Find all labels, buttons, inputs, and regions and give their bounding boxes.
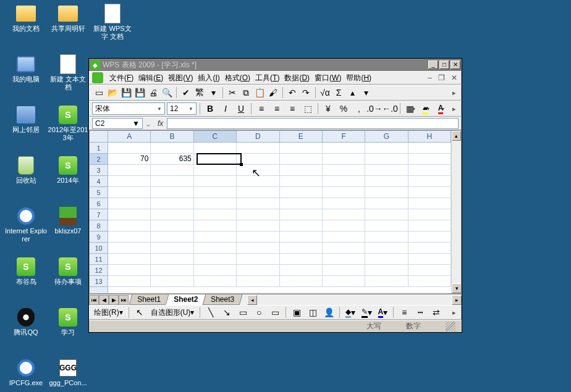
draw-overflow-icon[interactable]: ▸: [450, 309, 459, 317]
insert-image-button[interactable]: ▣: [290, 306, 303, 319]
print-button[interactable]: 🖨: [146, 86, 160, 99]
menu-e[interactable]: 编辑(E): [136, 72, 166, 85]
cell-G3[interactable]: [365, 165, 408, 176]
desktop-icon-待办事项[interactable]: S待办事项: [47, 257, 89, 286]
cell-E5[interactable]: [280, 187, 323, 198]
row-header-1[interactable]: 1: [90, 143, 108, 154]
cell-C11[interactable]: [194, 254, 237, 265]
desktop-icon-学习[interactable]: S学习: [47, 307, 89, 336]
sort-desc-button[interactable]: ▾: [359, 86, 373, 99]
cell-C13[interactable]: [194, 276, 237, 287]
row-header-12[interactable]: 12: [90, 265, 108, 276]
line-tool[interactable]: ╲: [204, 306, 218, 319]
cell-F1[interactable]: [323, 143, 365, 154]
cell-E9[interactable]: [280, 231, 323, 243]
cell-G13[interactable]: [365, 276, 408, 287]
cell-G9[interactable]: [365, 231, 408, 243]
currency-button[interactable]: ¥: [321, 102, 335, 115]
merge-button[interactable]: ⬚: [301, 102, 315, 115]
cell-F7[interactable]: [323, 209, 365, 220]
cell-A2[interactable]: 70: [108, 154, 151, 165]
app-menu-icon[interactable]: [92, 72, 103, 83]
horizontal-scrollbar[interactable]: ◂ ▸: [247, 295, 462, 305]
copy-button[interactable]: ⧉: [239, 86, 253, 99]
cell-F9[interactable]: [323, 231, 365, 243]
cell-G2[interactable]: [365, 154, 408, 165]
desktop-icon-我的电脑[interactable]: 我的电脑: [5, 54, 47, 83]
cell-H8[interactable]: [408, 220, 451, 231]
cell-F11[interactable]: [323, 254, 365, 265]
align-left-button[interactable]: ≡: [255, 102, 268, 115]
menu-o[interactable]: 格式(O): [222, 72, 253, 85]
col-header-C[interactable]: C: [194, 131, 237, 142]
cell-C1[interactable]: [194, 143, 237, 154]
cell-C12[interactable]: [194, 265, 237, 276]
maximize-button[interactable]: □: [439, 60, 449, 69]
textbox-tool[interactable]: ▭: [268, 306, 282, 319]
cell-A5[interactable]: [108, 187, 151, 198]
vertical-scrollbar[interactable]: ▴ ▾: [451, 131, 461, 293]
select-all-corner[interactable]: [90, 131, 108, 143]
rect-tool[interactable]: ▭: [236, 306, 250, 319]
line-style-tool[interactable]: ≡: [397, 306, 411, 319]
fill-color-tool[interactable]: ◆▾: [344, 306, 357, 319]
row-header-11[interactable]: 11: [90, 254, 108, 265]
cell-B9[interactable]: [151, 231, 193, 243]
new-button[interactable]: ▭: [92, 86, 106, 99]
cell-D2[interactable]: [237, 154, 279, 165]
cell-C5[interactable]: [194, 187, 237, 198]
percent-button[interactable]: %: [337, 102, 350, 115]
cell-H2[interactable]: [408, 154, 451, 165]
scroll-up-button[interactable]: ▴: [452, 131, 461, 141]
col-header-G[interactable]: G: [365, 131, 408, 142]
bold-button[interactable]: B: [203, 102, 217, 115]
cell-G10[interactable]: [365, 243, 408, 254]
cut-button[interactable]: ✂: [226, 86, 239, 99]
title-bar[interactable]: ◆ WPS 表格 2009 - [学习.xls *] _ □ ✕: [89, 59, 462, 71]
size-combo[interactable]: 12▼: [167, 102, 197, 115]
cell-A13[interactable]: [108, 276, 151, 287]
cell-C6[interactable]: [194, 198, 237, 209]
cell-A1[interactable]: [108, 143, 151, 154]
save-all-button[interactable]: 💾: [133, 86, 146, 99]
col-header-D[interactable]: D: [237, 131, 279, 142]
desktop-icon-Internet Explorer[interactable]: Internet Explorer: [5, 206, 47, 243]
cell-F6[interactable]: [323, 198, 365, 209]
sheet-tab-sheet2[interactable]: Sheet2: [166, 294, 206, 305]
cell-D7[interactable]: [237, 209, 279, 220]
cell-D3[interactable]: [237, 165, 279, 176]
cell-A8[interactable]: [108, 220, 151, 231]
cell-H1[interactable]: [408, 143, 451, 154]
cell-B13[interactable]: [151, 276, 193, 287]
desktop-icon-腾讯QQ[interactable]: 腾讯QQ: [5, 307, 47, 336]
menu-d[interactable]: 数据(D): [282, 72, 312, 85]
cell-H7[interactable]: [408, 209, 451, 220]
fmt-paint-button[interactable]: 🖌: [266, 86, 280, 99]
cell-G6[interactable]: [365, 198, 408, 209]
cell-H12[interactable]: [408, 265, 451, 276]
formula-button[interactable]: √α: [318, 86, 332, 99]
sort-asc-button[interactable]: ▴: [345, 86, 359, 99]
close-button[interactable]: ✕: [450, 60, 460, 69]
cell-D12[interactable]: [237, 265, 279, 276]
desktop-icon-bklszx07[interactable]: bklszx07: [47, 206, 89, 235]
desktop-icon-新建 WPS文字 文档[interactable]: 新建 WPS文字 文档: [91, 4, 133, 41]
cell-F2[interactable]: [323, 154, 365, 165]
cell-F8[interactable]: [323, 220, 365, 231]
cell-E1[interactable]: [280, 143, 323, 154]
menu-w[interactable]: 窗口(W): [312, 72, 344, 85]
cell-C7[interactable]: [194, 209, 237, 220]
desktop-icon-网上邻居[interactable]: 网上邻居: [5, 105, 47, 134]
desktop-icon-新建 文本文档[interactable]: 新建 文本文档: [47, 54, 89, 91]
font-combo[interactable]: 宋体▼: [92, 102, 165, 115]
desktop-icon-2012年至2013年[interactable]: S2012年至2013年: [47, 105, 89, 142]
save-button[interactable]: 💾: [119, 86, 133, 99]
cell-B7[interactable]: [151, 209, 193, 220]
row-header-3[interactable]: 3: [90, 165, 108, 176]
cell-B1[interactable]: [151, 143, 193, 154]
scroll-down-button[interactable]: ▾: [452, 283, 462, 293]
lang-button[interactable]: ▾: [206, 86, 220, 99]
line-color-tool[interactable]: ✎▾: [360, 306, 373, 319]
comma-button[interactable]: ,: [352, 102, 366, 115]
scroll-left-button[interactable]: ◂: [247, 295, 257, 305]
